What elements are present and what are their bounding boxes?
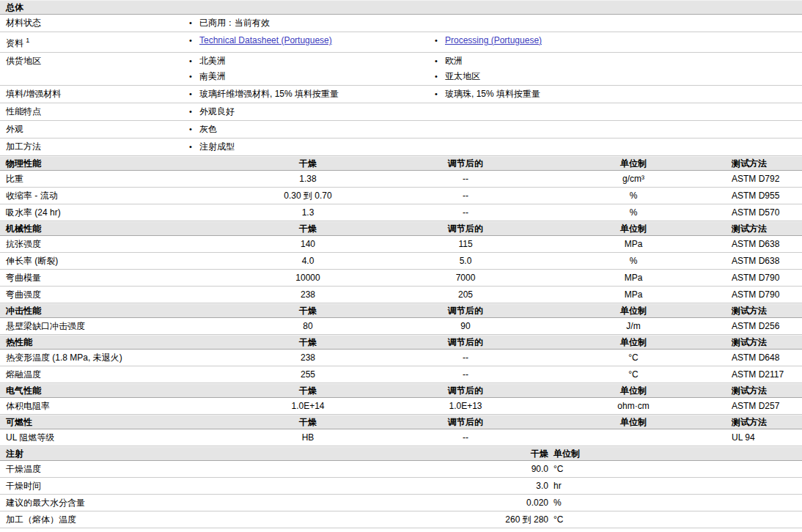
conditioned-value: -- bbox=[396, 352, 535, 363]
value-text: 外观良好 bbox=[199, 104, 235, 119]
row-label: 填料/增强材料 bbox=[0, 86, 183, 102]
column-header-method: 测试方法 bbox=[732, 305, 802, 317]
column-header-conditioned: 调节后的 bbox=[396, 158, 535, 170]
column-header-unit: 单位制 bbox=[535, 305, 732, 317]
test-method: ASTM D790 bbox=[732, 273, 802, 283]
conditioned-value: 205 bbox=[396, 289, 535, 300]
processing-datasheet-link[interactable]: Processing (Portuguese) bbox=[445, 33, 542, 48]
bullet-icon: • bbox=[189, 33, 199, 48]
section-title: 可燃性 bbox=[0, 416, 220, 429]
bullet-icon: • bbox=[189, 53, 199, 69]
column-header-dry: 干燥 bbox=[220, 158, 396, 170]
column-header-unit: 单位制 bbox=[548, 448, 802, 460]
row-label: 资料 1 bbox=[0, 33, 183, 51]
value-text: 已商用：当前有效 bbox=[199, 15, 270, 31]
material-datasheet: 总体 材料状态 •已商用：当前有效 资料 1 •Technical Datash… bbox=[0, 0, 802, 532]
value-text: 玻璃纤维增强材料, 15% 填料按重量 bbox=[199, 86, 339, 102]
section-title: 热性能 bbox=[0, 336, 220, 349]
section-header-general: 总体 bbox=[0, 0, 802, 15]
row-processing-method: 加工方法 •注射成型 bbox=[0, 138, 802, 156]
section-header-impact: 冲击性能 干燥 调节后的 单位制 测试方法 bbox=[0, 303, 802, 318]
dry-value: 0.30 到 0.70 bbox=[220, 190, 396, 202]
unit-value: % bbox=[535, 256, 732, 266]
unit-value: MPa bbox=[535, 239, 732, 249]
column-header-unit: 单位制 bbox=[535, 336, 732, 349]
dry-value: 0.020 bbox=[220, 498, 548, 508]
column-header-unit: 单位制 bbox=[535, 223, 732, 235]
dry-value: 10000 bbox=[220, 273, 396, 283]
dry-value: 238 bbox=[220, 352, 396, 363]
dry-value: 80 bbox=[220, 321, 396, 331]
row-label: 材料状态 bbox=[0, 15, 183, 31]
dry-value: 1.3 bbox=[220, 207, 396, 218]
unit-value: °C bbox=[548, 514, 802, 525]
column-header-conditioned: 调节后的 bbox=[396, 416, 535, 429]
bullet-icon: • bbox=[435, 69, 445, 84]
table-row: 熔融温度 255 -- °C ASTM D2117 bbox=[0, 366, 802, 383]
conditioned-value: -- bbox=[396, 207, 535, 218]
row-features: 性能特点 •外观良好 bbox=[0, 103, 802, 121]
table-row: 干燥温度 90.0 °C bbox=[0, 461, 802, 478]
test-method: ASTM D257 bbox=[732, 401, 802, 411]
table-row: 加工（熔体）温度 260 到 280 °C bbox=[0, 511, 802, 528]
table-row: 抗张强度 140 115 MPa ASTM D638 bbox=[0, 236, 802, 253]
test-method: ASTM D638 bbox=[732, 256, 802, 266]
column-header-method: 测试方法 bbox=[732, 336, 802, 349]
bullet-icon: • bbox=[189, 86, 199, 102]
section-title: 电气性能 bbox=[0, 385, 220, 397]
column-header-method: 测试方法 bbox=[732, 385, 802, 397]
row-label: 外观 bbox=[0, 122, 183, 137]
row-material-status: 材料状态 •已商用：当前有效 bbox=[0, 15, 802, 32]
footnote-marker: 1 bbox=[26, 37, 29, 44]
conditioned-value: -- bbox=[396, 191, 535, 201]
table-row: 弯曲模量 10000 7000 MPa ASTM D790 bbox=[0, 270, 802, 287]
row-filler: 填料/增强材料 •玻璃纤维增强材料, 15% 填料按重量 •玻璃珠, 15% 填… bbox=[0, 86, 802, 103]
table-row: 建议的最大水分含量 0.020 % bbox=[0, 495, 802, 511]
table-row: 干燥时间 3.0 hr bbox=[0, 478, 802, 495]
section-header-mechanical: 机械性能 干燥 调节后的 单位制 测试方法 bbox=[0, 221, 802, 236]
dry-value: 90.0 bbox=[220, 464, 548, 474]
row-appearance: 外观 •灰色 bbox=[0, 121, 802, 138]
column-header-method: 测试方法 bbox=[732, 158, 802, 170]
unit-value: °C bbox=[548, 464, 802, 474]
conditioned-value: -- bbox=[396, 174, 535, 184]
test-method: ASTM D256 bbox=[732, 321, 802, 331]
value-text: 灰色 bbox=[199, 122, 217, 137]
dry-value: 238 bbox=[220, 289, 396, 300]
value-text: 南美洲 bbox=[199, 69, 226, 84]
row-availability: 供货地区 •北美洲 •南美洲 •欧洲 •亚太地区 bbox=[0, 53, 802, 86]
bullet-icon: • bbox=[189, 104, 199, 119]
column-header-unit: 单位制 bbox=[535, 416, 732, 429]
dry-value: 260 到 280 bbox=[220, 514, 548, 526]
technical-datasheet-link[interactable]: Technical Datasheet (Portuguese) bbox=[199, 33, 332, 48]
table-row: 热变形温度 (1.8 MPa, 未退火) 238 -- °C ASTM D648 bbox=[0, 350, 802, 366]
column-header-method: 测试方法 bbox=[732, 416, 802, 429]
column-header-dry: 干燥 bbox=[220, 336, 396, 349]
column-header-dry: 干燥 bbox=[220, 305, 396, 317]
conditioned-value: 7000 bbox=[396, 273, 535, 283]
section-title: 总体 bbox=[0, 1, 802, 14]
column-header-conditioned: 调节后的 bbox=[396, 305, 535, 317]
section-header-injection: 注射 干燥 单位制 bbox=[0, 446, 802, 461]
row-label: 性能特点 bbox=[0, 104, 183, 119]
table-row: 弯曲强度 238 205 MPa ASTM D790 bbox=[0, 287, 802, 303]
column-header-dry: 干燥 bbox=[220, 223, 396, 235]
value-text: 注射成型 bbox=[199, 139, 235, 155]
section-header-thermal: 热性能 干燥 调节后的 单位制 测试方法 bbox=[0, 335, 802, 350]
section-header-flammability: 可燃性 干燥 调节后的 单位制 测试方法 bbox=[0, 415, 802, 429]
section-title: 物理性能 bbox=[0, 158, 220, 170]
column-header-conditioned: 调节后的 bbox=[396, 385, 535, 397]
section-title: 冲击性能 bbox=[0, 305, 220, 317]
column-header-unit: 单位制 bbox=[535, 158, 732, 170]
value-text: 亚太地区 bbox=[445, 69, 480, 84]
table-row: 伸长率 (断裂) 4.0 5.0 % ASTM D638 bbox=[0, 253, 802, 270]
column-header-method: 测试方法 bbox=[732, 223, 802, 235]
table-row: 体积电阻率 1.0E+14 1.0E+13 ohm·cm ASTM D257 bbox=[0, 398, 802, 415]
conditioned-value: 115 bbox=[396, 239, 535, 249]
test-method: ASTM D648 bbox=[732, 352, 802, 363]
value-text: 玻璃珠, 15% 填料按重量 bbox=[445, 86, 540, 102]
column-header-dry: 干燥 bbox=[220, 448, 548, 460]
bullet-icon: • bbox=[435, 53, 445, 69]
bullet-icon: • bbox=[189, 15, 199, 31]
value-text: 欧洲 bbox=[445, 53, 463, 69]
